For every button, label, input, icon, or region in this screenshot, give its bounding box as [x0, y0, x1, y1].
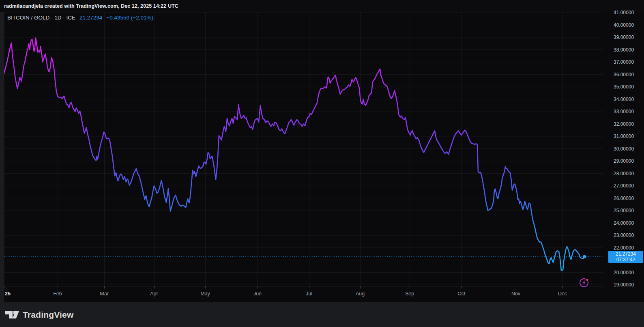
price-axis-label: 30.00000	[614, 146, 634, 152]
lightning-button[interactable]	[579, 277, 590, 288]
time-axis-label: May	[200, 291, 210, 297]
attribution-bar: radmilacandjela created with TradingView…	[0, 0, 644, 12]
price-axis-label: 23.00000	[614, 232, 634, 238]
price-axis-label: 26.00000	[614, 196, 634, 201]
time-axis-label: Apr	[150, 291, 158, 297]
time-axis-label: Jun	[253, 291, 262, 297]
footer-bar: TradingView	[0, 302, 644, 327]
price-axis-label: 20.00000	[614, 270, 634, 275]
time-axis-tick	[58, 286, 58, 288]
price-axis-label: 41.00000	[614, 10, 634, 15]
price-axis-label: 31.00000	[614, 133, 634, 139]
attribution-text: radmilacandjela created with TradingView…	[4, 3, 178, 9]
price-axis-label: 29.00000	[614, 158, 634, 164]
price-axis-label: 37.00000	[614, 59, 634, 65]
time-axis-label: 25	[5, 291, 11, 297]
time-axis-tick	[205, 286, 206, 288]
time-axis[interactable]: 25FebMarAprMayJunJulAugSepOctNovDec	[4, 286, 603, 302]
time-axis-label: Oct	[457, 291, 465, 297]
time-axis-label: Feb	[53, 291, 62, 297]
tradingview-brand-text[interactable]: TradingView	[23, 310, 74, 320]
price-chart[interactable]	[4, 12, 603, 286]
current-price-label[interactable]: 21.27234 07:37:42	[608, 251, 643, 263]
time-axis-label: Mar	[100, 291, 109, 297]
symbol-title: BITCOIN / GOLD · 1D · ICE	[7, 15, 75, 21]
price-axis-label: 27.00000	[614, 183, 634, 189]
time-axis-label: Dec	[558, 291, 567, 297]
price-change: −0.43550 (−2.01%)	[106, 15, 153, 21]
price-axis-label: 32.00000	[614, 121, 634, 127]
current-price-value: 21.27234	[616, 251, 636, 257]
chart-legend: BITCOIN / GOLD · 1D · ICE 21.27234 −0.43…	[7, 15, 153, 21]
price-axis-label: 35.00000	[614, 84, 634, 90]
tradingview-logo-mark[interactable]	[5, 311, 19, 318]
price-axis-label: 24.00000	[614, 220, 634, 226]
last-price: 21.27234	[79, 15, 102, 21]
price-axis-label: 22.00000	[614, 245, 634, 251]
price-axis-label: 38.00000	[614, 47, 634, 53]
price-axis-label: 40.00000	[614, 22, 634, 28]
price-axis-label: 33.00000	[614, 109, 634, 114]
time-axis-tick	[104, 286, 105, 288]
price-axis-label: 19.00000	[614, 282, 634, 288]
time-axis-tick	[258, 286, 258, 288]
plot-svg	[4, 12, 603, 286]
price-axis-label: 28.00000	[614, 171, 634, 176]
time-axis-label: Nov	[511, 291, 520, 297]
time-axis-tick	[462, 286, 462, 288]
price-axis-label: 36.00000	[614, 72, 634, 77]
time-axis-tick	[516, 286, 516, 288]
chart-widget: BITCOIN / GOLD · 1D · ICE 21.27234 −0.43…	[4, 12, 644, 302]
price-axis[interactable]: 41.0000040.0000039.0000038.0000037.00000…	[603, 12, 644, 286]
time-axis-label: Jul	[306, 291, 312, 297]
notification-dot	[586, 278, 589, 281]
time-axis-tick	[154, 286, 155, 288]
time-axis-tick	[360, 286, 361, 288]
time-axis-label: Sep	[405, 291, 414, 297]
price-axis-label: 25.00000	[614, 208, 634, 213]
time-axis-tick	[562, 286, 563, 288]
bar-countdown: 07:37:42	[616, 257, 635, 262]
time-axis-tick	[410, 286, 410, 288]
time-axis-tick	[309, 286, 309, 288]
price-axis-label: 34.00000	[614, 97, 634, 102]
price-axis-label: 39.00000	[614, 34, 634, 40]
time-axis-tick	[4, 286, 4, 288]
time-axis-label: Aug	[356, 291, 365, 297]
